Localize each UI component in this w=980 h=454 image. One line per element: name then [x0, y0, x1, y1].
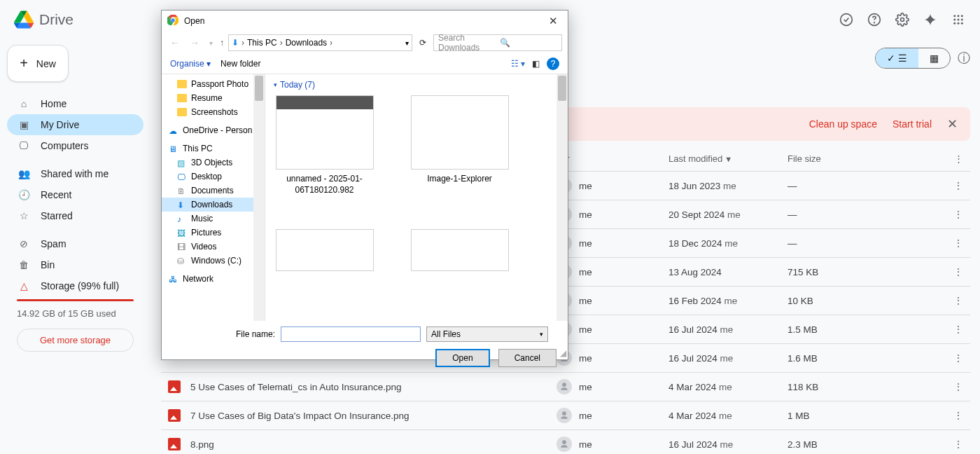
cancel-button[interactable]: Cancel [498, 349, 556, 367]
svg-point-6 [961, 15, 963, 17]
tree-videos[interactable]: 🎞Videos [162, 240, 265, 254]
row-menu-icon[interactable]: ⋮ [942, 324, 963, 335]
view-mode-button[interactable]: ☷ ▾ [511, 59, 525, 69]
path-dropdown-icon[interactable]: ▾ [405, 39, 409, 47]
banner-close-icon[interactable]: ✕ [947, 116, 958, 132]
sidebar-item-spam[interactable]: ⊘Spam [7, 233, 144, 254]
tree-desktop[interactable]: 🖵Desktop [162, 170, 265, 184]
open-button[interactable]: Open [435, 349, 489, 367]
dialog-close-button[interactable]: ✕ [545, 13, 562, 29]
new-folder-button[interactable]: New folder [220, 59, 260, 69]
tree-thispc[interactable]: 🖥This PC [162, 142, 265, 156]
sidebar-item-bin[interactable]: 🗑Bin [7, 254, 144, 275]
list-view-button[interactable]: ✓☰ [876, 48, 918, 68]
chrome-icon [167, 15, 178, 28]
row-menu-icon[interactable]: ⋮ [942, 352, 963, 364]
nav-forward-button[interactable]: → [187, 37, 202, 48]
sidebar-item-home[interactable]: ⌂Home [7, 93, 144, 114]
address-bar[interactable]: ⬇ › This PC › Downloads › ▾ [228, 34, 412, 51]
path-seg-0[interactable]: This PC [247, 38, 277, 48]
file-size: 1.5 MB [788, 324, 942, 335]
tree-folder[interactable]: Screenshots [162, 105, 265, 119]
gemini-icon[interactable] [923, 12, 938, 27]
storage-bar [17, 299, 134, 301]
col-size[interactable]: File size [788, 153, 942, 164]
nav-up-button[interactable]: ↑ [220, 38, 224, 48]
bin-icon: 🗑 [17, 259, 31, 270]
tree-network[interactable]: 🖧Network [162, 272, 265, 286]
row-menu-icon[interactable]: ⋮ [942, 381, 963, 392]
owner-name: me [579, 382, 592, 392]
organise-menu[interactable]: Organise ▾ [170, 59, 211, 69]
file-thumb[interactable]: Image-1-Explorer [409, 95, 510, 195]
start-trial-link[interactable]: Start trial [892, 118, 932, 130]
modified-date: 18 Dec 2024 [668, 238, 722, 249]
tree-scrollbar[interactable] [253, 74, 265, 321]
tree-music[interactable]: ♪Music [162, 212, 265, 226]
file-size: — [788, 238, 942, 249]
tree-downloads[interactable]: ⬇Downloads [162, 198, 265, 212]
get-more-storage-button[interactable]: Get more storage [17, 329, 134, 352]
computer-icon: 🖵 [17, 140, 31, 151]
tree-folder[interactable]: Passport Photo [162, 77, 265, 91]
file-thumb[interactable] [274, 229, 375, 271]
row-menu-icon[interactable]: ⋮ [942, 295, 963, 306]
modified-date: 13 Aug 2024 [668, 267, 722, 277]
help-icon[interactable] [867, 12, 882, 27]
sidebar-item-computers[interactable]: 🖵Computers [7, 135, 144, 156]
sidebar-item-my-drive[interactable]: ▣My Drive [7, 114, 144, 135]
nav-back-button[interactable]: ← [167, 37, 183, 48]
grid-view-button[interactable]: ▦ [918, 48, 950, 68]
pictures-icon: 🖼 [177, 228, 187, 237]
files-scrollbar[interactable] [556, 74, 568, 321]
resize-grip[interactable]: ◢ [560, 348, 566, 358]
downloads-icon: ⬇ [232, 38, 239, 48]
drive-logo[interactable]: Drive [14, 10, 74, 29]
tree-pictures[interactable]: 🖼Pictures [162, 226, 265, 240]
file-name-input[interactable] [281, 326, 421, 342]
tree-documents[interactable]: 🗎Documents [162, 184, 265, 198]
tree-onedrive[interactable]: ☁OneDrive - Person [162, 123, 265, 137]
col-modified[interactable]: Last modified▼ [668, 153, 788, 164]
sidebar-item-starred[interactable]: ☆Starred [7, 205, 144, 226]
row-menu-icon[interactable]: ⋮ [942, 209, 963, 220]
table-row[interactable]: 8.pngme16 Jul 2024 me2.3 MB⋮ [161, 430, 970, 454]
owner-name: me [579, 238, 592, 249]
apps-icon[interactable] [951, 12, 966, 27]
tree-folder[interactable]: Resume [162, 91, 265, 105]
sidebar-item-recent[interactable]: 🕘Recent [7, 184, 144, 205]
modified-date: 16 Jul 2024 [668, 324, 718, 335]
row-menu-icon[interactable]: ⋮ [942, 410, 963, 421]
tree-3dobjects[interactable]: ▧3D Objects [162, 156, 265, 170]
file-type-combo[interactable]: All Files▾ [426, 326, 548, 342]
settings-icon[interactable] [895, 12, 910, 27]
preview-pane-button[interactable]: ◧ [532, 59, 540, 69]
refresh-button[interactable]: ⟳ [416, 38, 429, 48]
cleanup-link[interactable]: Clean up space [809, 118, 877, 130]
info-icon[interactable]: ⓘ [958, 50, 970, 67]
sidebar-item-shared[interactable]: 👥Shared with me [7, 163, 144, 184]
col-owner[interactable]: ner [556, 153, 668, 164]
tree-windows-c[interactable]: ⛁Windows (C:) [162, 254, 265, 268]
file-thumb[interactable] [409, 229, 510, 271]
row-menu-icon[interactable]: ⋮ [942, 180, 963, 191]
folder-tree: Passport Photo Resume Screenshots ☁OneDr… [162, 74, 265, 321]
file-thumb[interactable]: unnamed - 2025-01-06T180120.982 [274, 95, 375, 195]
dialog-help-icon[interactable]: ? [547, 57, 559, 70]
music-icon: ♪ [177, 214, 187, 223]
search-input[interactable]: Search Downloads 🔍 [433, 34, 562, 51]
svg-point-11 [958, 22, 960, 25]
sidebar-item-storage[interactable]: △Storage (99% full) [7, 275, 144, 296]
nav-history-button[interactable]: ▾ [206, 39, 216, 47]
col-menu[interactable]: ⋮ [942, 153, 963, 164]
row-menu-icon[interactable]: ⋮ [942, 266, 963, 277]
check-icon: ✓ [887, 53, 895, 64]
table-row[interactable]: 7 Use Cases of Big Data's Impact On Insu… [161, 401, 970, 430]
row-menu-icon[interactable]: ⋮ [942, 439, 963, 450]
group-today[interactable]: ▾Today (7) [274, 80, 559, 90]
row-menu-icon[interactable]: ⋮ [942, 238, 963, 249]
new-button[interactable]: + New [7, 45, 69, 82]
offline-ready-icon[interactable] [839, 12, 854, 27]
path-seg-1[interactable]: Downloads [286, 38, 327, 48]
table-row[interactable]: 5 Use Cases of Telemati_cs in Auto Insur… [161, 373, 970, 401]
